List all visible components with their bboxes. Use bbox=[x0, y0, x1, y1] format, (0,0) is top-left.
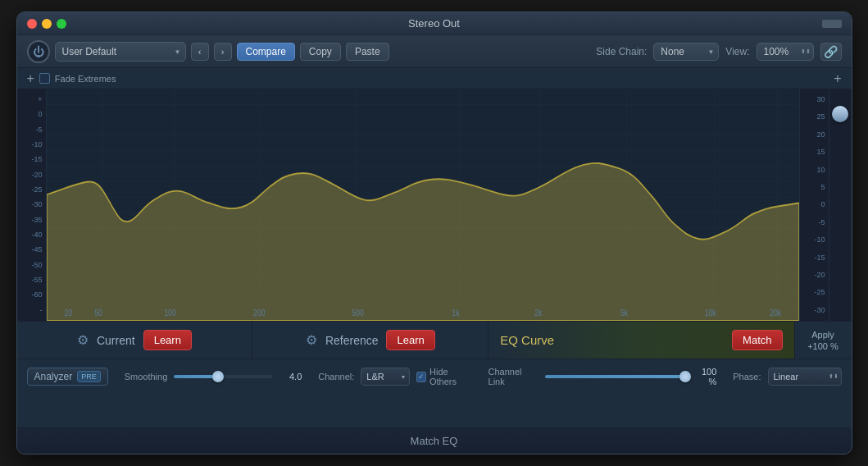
add-right-button[interactable]: + bbox=[834, 71, 841, 86]
channel-link-label: Channel Link bbox=[489, 367, 539, 386]
copy-button[interactable]: Copy bbox=[300, 43, 341, 61]
channel-link-group: Channel Link 100 % bbox=[489, 367, 717, 386]
current-learn-button[interactable]: Learn bbox=[143, 330, 192, 350]
preset-dropdown[interactable]: User Default bbox=[55, 42, 186, 62]
phase-group: Phase: Linear bbox=[733, 368, 841, 386]
channel-select-wrapper: L&R bbox=[361, 368, 410, 386]
scale-n40: -40 bbox=[20, 231, 43, 239]
paste-button[interactable]: Paste bbox=[346, 43, 389, 61]
main-window: Stereo Out ⏻ User Default ‹ › Compare Co… bbox=[16, 11, 852, 455]
svg-text:20: 20 bbox=[64, 307, 72, 317]
rscale-25: 25 bbox=[803, 113, 825, 121]
reference-learn-button[interactable]: Learn bbox=[386, 330, 434, 350]
current-gear-icon[interactable]: ⚙ bbox=[77, 332, 89, 348]
svg-text:500: 500 bbox=[352, 307, 364, 317]
rscale-n5: -5 bbox=[803, 219, 825, 226]
scale-0: 0 bbox=[20, 111, 43, 118]
fade-extremes-bar: + Fade Extremes + bbox=[17, 68, 852, 89]
rscale-n25: -25 bbox=[803, 289, 825, 296]
rscale-30: 30 bbox=[803, 96, 825, 103]
rscale-0: 0 bbox=[803, 201, 825, 208]
analyzer-label: Analyzer bbox=[34, 371, 73, 382]
bottom-section: ⚙ Current Learn ⚙ Reference Learn EQ Cur… bbox=[17, 321, 852, 427]
hide-others-checkbox[interactable]: ✓ bbox=[416, 372, 426, 382]
maximize-button[interactable] bbox=[57, 19, 66, 29]
reference-label: Reference bbox=[325, 334, 379, 347]
right-knob-area bbox=[829, 89, 852, 321]
prev-button[interactable]: ‹ bbox=[191, 43, 209, 61]
window-title: Stereo Out bbox=[408, 17, 460, 30]
scale-n60: -60 bbox=[20, 291, 43, 299]
right-scale: 30 25 20 15 10 5 0 -5 -10 -15 -20 -25 -3… bbox=[799, 89, 829, 321]
hide-others-group: ✓ Hide Others bbox=[416, 367, 471, 386]
svg-text:50: 50 bbox=[94, 307, 102, 317]
view-select-wrapper: 100% bbox=[757, 43, 814, 61]
channel-link-value: 100 % bbox=[692, 367, 716, 386]
scale-n10: -10 bbox=[20, 141, 43, 148]
sidechain-select[interactable]: None bbox=[653, 43, 719, 61]
pre-badge: PRE bbox=[77, 371, 101, 382]
svg-text:1k: 1k bbox=[452, 307, 460, 317]
toolbar: ⏻ User Default ‹ › Compare Copy Paste Si… bbox=[17, 35, 852, 68]
eq-curve-panel: EQ Curve Match bbox=[489, 322, 793, 359]
window-controls bbox=[27, 19, 66, 29]
fade-extremes-checkbox[interactable] bbox=[39, 73, 50, 84]
minimize-button[interactable] bbox=[42, 19, 52, 29]
rscale-n30: -30 bbox=[803, 307, 825, 314]
smoothing-label: Smoothing bbox=[125, 372, 168, 381]
apply-label[interactable]: Apply bbox=[811, 330, 834, 340]
scale-n5: -5 bbox=[20, 126, 43, 134]
power-button[interactable]: ⏻ bbox=[27, 40, 50, 63]
svg-text:100: 100 bbox=[164, 307, 176, 317]
controls-row: Analyzer PRE Smoothing 4.0 Channel: L&R bbox=[17, 359, 852, 394]
eq-curve-label: EQ Curve bbox=[500, 333, 554, 347]
eq-canvas[interactable]: 20 50 100 200 500 1k 2k 5k 10k 20k bbox=[47, 89, 799, 321]
phase-select-wrapper: Linear bbox=[768, 368, 842, 386]
eq-area: + 0 -5 -10 -15 -20 -25 -30 -35 -40 -45 -… bbox=[17, 89, 852, 321]
link-button[interactable]: 🔗 bbox=[820, 43, 842, 61]
smoothing-slider[interactable] bbox=[174, 375, 272, 378]
apply-pct: +100 % bbox=[807, 341, 838, 351]
channel-link-slider[interactable] bbox=[545, 375, 686, 378]
collapse-button[interactable] bbox=[822, 20, 842, 28]
svg-text:200: 200 bbox=[253, 307, 266, 317]
preset-select-wrapper: User Default bbox=[55, 42, 186, 62]
hide-others-label: Hide Others bbox=[429, 367, 472, 386]
channel-select[interactable]: L&R bbox=[361, 368, 410, 386]
gain-knob[interactable] bbox=[832, 106, 848, 122]
current-label: Current bbox=[97, 334, 135, 347]
match-button[interactable]: Match bbox=[732, 330, 782, 350]
scale-n45: -45 bbox=[20, 246, 43, 254]
channel-group: Channel: L&R ✓ Hide Others bbox=[318, 367, 471, 386]
apply-panel: Apply +100 % bbox=[794, 322, 852, 359]
close-button[interactable] bbox=[27, 19, 37, 29]
reference-panel: ⚙ Reference Learn bbox=[252, 322, 489, 359]
rscale-10: 10 bbox=[803, 167, 825, 174]
analyzer-button[interactable]: Analyzer PRE bbox=[27, 368, 108, 386]
svg-text:5k: 5k bbox=[620, 307, 628, 317]
svg-text:10k: 10k bbox=[704, 307, 716, 317]
reference-gear-icon[interactable]: ⚙ bbox=[306, 332, 317, 348]
compare-button[interactable]: Compare bbox=[237, 43, 295, 61]
rscale-5: 5 bbox=[803, 184, 825, 191]
view-label: View: bbox=[725, 46, 749, 57]
next-button[interactable]: › bbox=[214, 43, 232, 61]
scale-n25: -25 bbox=[20, 186, 43, 194]
scale-n50: -50 bbox=[20, 262, 43, 269]
scale-n20: -20 bbox=[20, 171, 43, 179]
channel-label: Channel: bbox=[318, 372, 354, 381]
rscale-n15: -15 bbox=[803, 254, 825, 262]
scale-n15: -15 bbox=[20, 156, 43, 163]
view-select[interactable]: 100% bbox=[757, 43, 814, 61]
add-left-button[interactable]: + bbox=[27, 71, 34, 86]
rscale-n20: -20 bbox=[803, 272, 825, 279]
rscale-n10: -10 bbox=[803, 236, 825, 244]
scale-n35: -35 bbox=[20, 217, 43, 224]
phase-select[interactable]: Linear bbox=[768, 368, 842, 386]
rscale-15: 15 bbox=[803, 148, 825, 156]
left-scale: + 0 -5 -10 -15 -20 -25 -30 -35 -40 -45 -… bbox=[17, 89, 47, 321]
scale-n55: -55 bbox=[20, 276, 43, 284]
toolbar-left: ⏻ User Default ‹ › Compare Copy Paste bbox=[27, 40, 389, 63]
scale-plus: + bbox=[20, 96, 43, 103]
footer-title: Match EQ bbox=[411, 435, 458, 447]
